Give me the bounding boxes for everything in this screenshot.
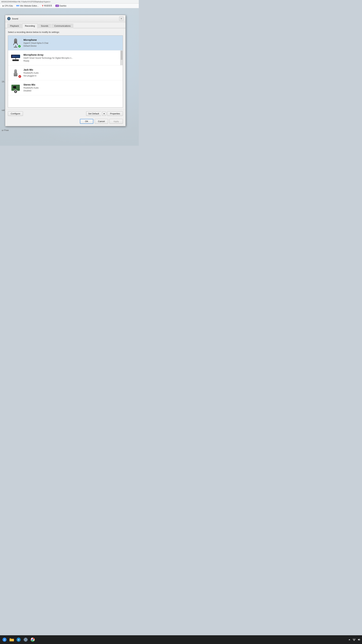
url-text: 6650632940448&ei=ftk-Y-6aAorV4-EP2f28qAs…: [1, 1, 51, 3]
device-info-stereo-mix: Stereo Mix Realtek(R) Audio Disabled: [23, 83, 121, 92]
device-detail2-mic-array: Ready: [23, 60, 121, 62]
title-bar-left: Sound: [7, 17, 18, 20]
bookmark-cpu-edu[interactable]: 🖥 CPU Edu: [1, 4, 13, 8]
device-detail2-jack-mic: Not plugged in: [23, 74, 121, 77]
tab-recording[interactable]: Recording: [22, 24, 38, 28]
bookmark-label: CPU Edu: [4, 5, 13, 7]
properties-button[interactable]: Properties: [107, 111, 123, 116]
device-info-mic-array: Microphone Array Intel® Smart Sound Tech…: [23, 54, 121, 62]
sound-dialog-overlay: Sound × Playback Recording Sounds Commun…: [5, 15, 126, 126]
configure-button[interactable]: Configure: [8, 111, 23, 116]
jack-mic-icon-area: ▼: [10, 68, 21, 78]
device-item-stereo-mix[interactable]: ▼ Stereo Mix Realtek(R) Audio Disabled: [8, 80, 123, 95]
set-default-button[interactable]: Set Default: [86, 111, 101, 116]
cancel-button[interactable]: Cancel: [95, 119, 108, 124]
bookmark-ed[interactable]: ed Dashbo: [55, 4, 67, 8]
disabled-badge: ▼: [14, 90, 17, 94]
dialog-title-bar: Sound ×: [5, 15, 125, 22]
device-detail1-jack-mic: Realtek(R) Audio: [23, 72, 121, 74]
bookmark-label: Dashbo: [59, 5, 66, 7]
apply-button[interactable]: Apply: [109, 119, 123, 124]
mic-array-icon: [11, 55, 20, 61]
bookmark-bar: 🖥 CPU Edu WIX Wix Website Editor... Y 有道…: [0, 4, 139, 8]
device-detail2-stereo-mix: Disabled: [23, 90, 121, 92]
jack-mic-icon: [14, 69, 17, 76]
page-background: 19... ual ur Free Sound ×: [0, 8, 139, 146]
configure-button-area: Configure: [8, 111, 23, 116]
device-detail1-stereo-mix: Realtek(R) Audio: [23, 86, 121, 90]
microphone-icon-area: ✓: [10, 38, 21, 48]
stereo-mix-icon-area: ▼: [10, 82, 21, 93]
device-name-jack-mic: Jack Mic: [23, 68, 121, 71]
bookmark-youdao[interactable]: Y 有道首页: [41, 4, 53, 8]
tab-communications[interactable]: Communications: [51, 24, 73, 28]
set-default-properties-area: Set Default ▼ Properties: [86, 111, 123, 116]
cpu-icon: 🖥: [2, 5, 4, 7]
not-plugged-badge: ▼: [18, 75, 21, 78]
device-detail1-microphone: HyperX Cloud Alpha S Chat: [23, 42, 121, 44]
device-name-microphone: Microphone: [23, 38, 121, 41]
bookmark-label: 有道首页: [44, 4, 52, 7]
side-text-2: ual: [2, 109, 4, 111]
device-name-stereo-mix: Stereo Mix: [23, 83, 121, 86]
wix-icon: WIX: [16, 5, 19, 7]
device-list[interactable]: ✓ Microphone HyperX Cloud Alpha S Chat D…: [8, 36, 123, 108]
microphone-icon: [13, 38, 18, 48]
mic-array-icon-area: [10, 52, 21, 63]
dialog-content: Select a recording device below to modif…: [5, 28, 125, 110]
dialog-tab-bar: Playback Recording Sounds Communications: [5, 22, 125, 28]
dialog-bottom-bar: Configure Set Default ▼ Properties: [5, 110, 125, 118]
dialog-description: Select a recording device below to modif…: [8, 31, 123, 33]
sound-dialog-icon: [7, 17, 10, 20]
bookmark-wix[interactable]: WIX Wix Website Editor...: [15, 4, 39, 8]
dialog-action-row: OK Cancel Apply: [5, 118, 125, 126]
device-item-jack-mic[interactable]: ▼ Jack Mic Realtek(R) Audio Not plugged …: [8, 66, 123, 80]
side-text-3: ur Free: [2, 129, 9, 132]
tab-sounds[interactable]: Sounds: [38, 24, 51, 28]
dialog-title: Sound: [12, 18, 18, 20]
ok-button[interactable]: OK: [80, 119, 93, 124]
device-info-microphone: Microphone HyperX Cloud Alpha S Chat Def…: [23, 38, 121, 48]
set-default-arrow-button[interactable]: ▼: [102, 112, 106, 116]
device-detail1-mic-array: Intel® Smart Sound Technology for Digita…: [23, 57, 121, 60]
device-item-mic-array[interactable]: Microphone Array Intel® Smart Sound Tech…: [8, 50, 123, 66]
url-bar[interactable]: 6650632940448&ei=ftk-Y-6aAorV4-EP2f28qAs…: [0, 0, 139, 4]
device-info-jack-mic: Jack Mic Realtek(R) Audio Not plugged in: [23, 68, 121, 77]
device-item-microphone[interactable]: ✓ Microphone HyperX Cloud Alpha S Chat D…: [8, 36, 123, 50]
youdao-icon: Y: [42, 4, 43, 7]
tab-playback[interactable]: Playback: [7, 24, 22, 28]
default-device-badge: ✓: [18, 44, 21, 48]
close-button[interactable]: ×: [119, 16, 123, 21]
sound-dialog: Sound × Playback Recording Sounds Commun…: [5, 15, 126, 126]
device-detail2-microphone: Default Device: [23, 44, 121, 48]
svg-point-2: [8, 18, 9, 19]
device-name-mic-array: Microphone Array: [23, 54, 121, 56]
ed-icon: ed: [55, 5, 59, 7]
bookmark-label: Wix Website Editor...: [20, 5, 38, 7]
